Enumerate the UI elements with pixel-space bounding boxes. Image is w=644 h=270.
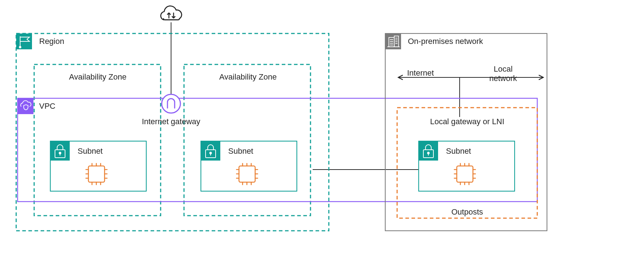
az1-box [34, 64, 161, 216]
svg-point-46 [428, 152, 429, 154]
az2-box [184, 64, 310, 216]
igw-circle [162, 94, 180, 113]
outposts-label: Outposts [451, 207, 483, 216]
az2-label: Availability Zone [219, 72, 277, 81]
localnet-label2: network [489, 74, 517, 83]
lgw-label: Local gateway or LNI [430, 117, 505, 126]
az1-label: Availability Zone [69, 72, 126, 81]
igw-label: Internet gateway [142, 117, 201, 126]
architecture-diagram: Region Availability Zone Availability Zo… [0, 0, 644, 270]
svg-point-3 [59, 152, 61, 154]
subnet1-label: Subnet [78, 147, 103, 156]
svg-point-19 [210, 152, 212, 154]
subnet3-label: Subnet [446, 147, 471, 156]
onprem-label: On-premises network [408, 37, 483, 46]
cloud-icon [161, 6, 181, 20]
internet-label: Internet [407, 68, 434, 77]
svg-point-1 [19, 46, 21, 48]
subnet2-label: Subnet [228, 147, 253, 156]
region-label: Region [39, 37, 64, 46]
vpc-label: VPC [39, 102, 55, 111]
localnet-label1: Local [494, 64, 513, 73]
